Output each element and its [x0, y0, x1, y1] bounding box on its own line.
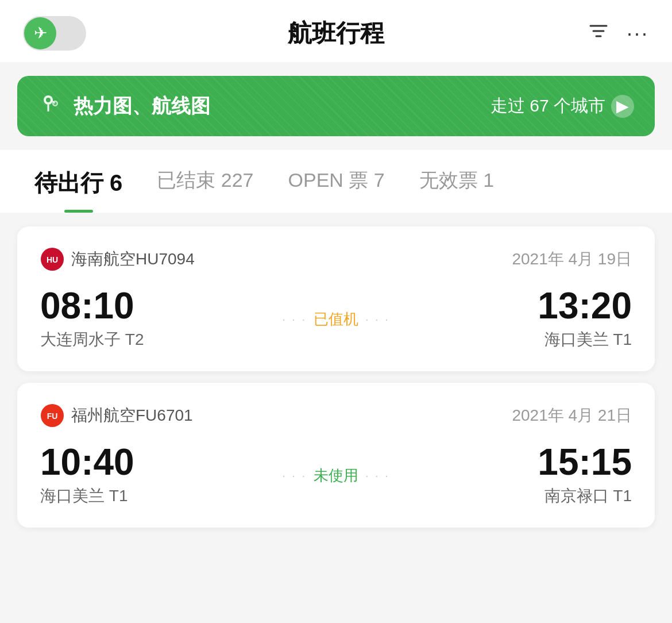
toggle-thumb: ✈ — [24, 17, 56, 49]
map-pin-icon — [38, 91, 63, 121]
card-header-2: FU 福州航空FU6701 2021年 4月 21日 — [40, 403, 632, 428]
departure-time-2: 10:40 — [40, 444, 134, 480]
tab-invalid-label: 无效票 1 — [419, 169, 494, 191]
banner-label: 热力图、航线图 — [74, 93, 210, 120]
tab-ended-label: 已结束 227 — [157, 169, 253, 191]
airline-info-2: FU 福州航空FU6701 — [40, 403, 193, 428]
header: ✈ 航班行程 ··· — [0, 0, 672, 62]
flight-status-2: · · · 未使用 · · · — [282, 466, 390, 486]
dots-left-1: · · · — [282, 313, 307, 326]
departure-airport-2: 海口美兰 T1 — [40, 485, 134, 507]
banner-right: 走过 67 个城市 ▶ — [491, 94, 634, 118]
heatmap-banner[interactable]: 热力图、航线图 走过 67 个城市 ▶ — [17, 76, 655, 136]
svg-point-4 — [46, 98, 51, 102]
mode-toggle[interactable]: ✈ — [23, 16, 86, 51]
dots-right-2: · · · — [365, 469, 390, 482]
card-header-1: HU 海南航空HU7094 2021年 4月 19日 — [40, 247, 632, 271]
tab-bar: 待出行 6 已结束 227 OPEN 票 7 无效票 1 — [0, 150, 672, 213]
flight-card-1[interactable]: HU 海南航空HU7094 2021年 4月 19日 08:10 大连周水子 T… — [17, 226, 655, 371]
page-title: 航班行程 — [288, 17, 384, 49]
svg-text:FU: FU — [47, 412, 58, 421]
svg-text:HU: HU — [47, 255, 58, 264]
dots-right-1: · · · — [365, 313, 390, 326]
banner-arrow-icon: ▶ — [611, 95, 634, 118]
arrival-airport-1: 海口美兰 T1 — [538, 329, 632, 351]
arrival-time-1: 13:20 — [538, 287, 632, 324]
departure-time-1: 08:10 — [40, 287, 144, 324]
toggle-container[interactable]: ✈ — [23, 16, 86, 51]
flight-list: HU 海南航空HU7094 2021年 4月 19日 08:10 大连周水子 T… — [0, 213, 672, 541]
departure-2: 10:40 海口美兰 T1 — [40, 444, 134, 507]
flight-card-2[interactable]: FU 福州航空FU6701 2021年 4月 21日 10:40 海口美兰 T1… — [17, 383, 655, 528]
airline-info-1: HU 海南航空HU7094 — [40, 247, 195, 271]
plane-icon: ✈ — [34, 25, 47, 41]
tab-pending[interactable]: 待出行 6 — [17, 150, 140, 213]
airline-logo-hainan: HU — [40, 247, 64, 271]
filter-icon[interactable] — [588, 20, 609, 47]
arrival-time-2: 15:15 — [538, 444, 632, 480]
arrival-2: 15:15 南京禄口 T1 — [538, 444, 632, 507]
tab-open-label: OPEN 票 7 — [288, 169, 385, 191]
banner-left: 热力图、航线图 — [38, 91, 210, 121]
departure-airport-1: 大连周水子 T2 — [40, 329, 144, 351]
dots-left-2: · · · — [282, 469, 307, 482]
airline-name-1: 海南航空HU7094 — [71, 248, 195, 270]
flight-date-2: 2021年 4月 21日 — [512, 405, 632, 426]
tab-open[interactable]: OPEN 票 7 — [271, 150, 402, 213]
tab-pending-label: 待出行 6 — [34, 170, 122, 195]
tab-invalid[interactable]: 无效票 1 — [402, 150, 511, 213]
status-badge-1: 已值机 — [311, 309, 361, 329]
arrival-1: 13:20 海口美兰 T1 — [538, 287, 632, 351]
departure-1: 08:10 大连周水子 T2 — [40, 287, 144, 351]
airline-logo-fuzhou: FU — [40, 403, 64, 428]
tab-ended[interactable]: 已结束 227 — [140, 150, 271, 213]
card-body-1: 08:10 大连周水子 T2 · · · 已值机 · · · 13:20 海口美… — [40, 287, 632, 351]
airline-name-2: 福州航空FU6701 — [71, 405, 193, 426]
more-options-icon[interactable]: ··· — [627, 21, 649, 45]
status-badge-2: 未使用 — [311, 466, 361, 486]
arrival-airport-2: 南京禄口 T1 — [538, 485, 632, 507]
header-actions: ··· — [588, 20, 649, 47]
banner-city-count: 走过 67 个城市 — [491, 94, 605, 118]
flight-date-1: 2021年 4月 19日 — [512, 248, 632, 270]
flight-status-1: · · · 已值机 · · · — [282, 309, 390, 329]
card-body-2: 10:40 海口美兰 T1 · · · 未使用 · · · 15:15 南京禄口… — [40, 444, 632, 507]
